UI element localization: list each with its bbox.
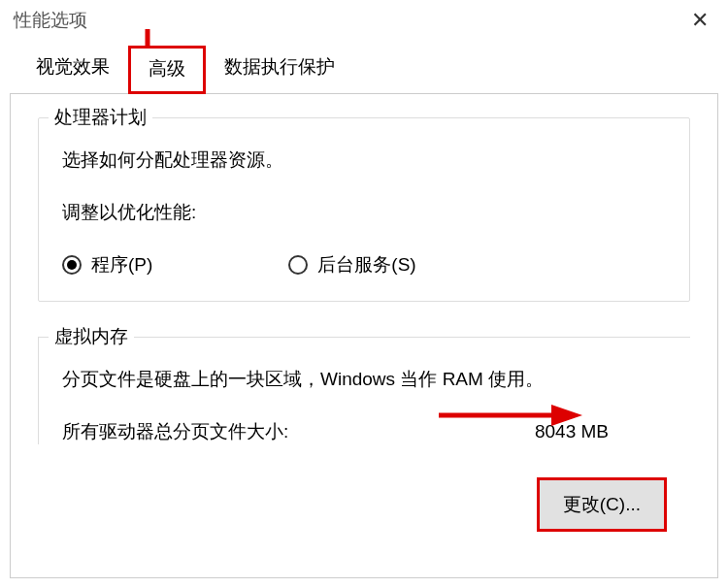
tab-visual-effects[interactable]: 视觉效果 bbox=[17, 46, 128, 94]
tab-advanced[interactable]: 高级 bbox=[128, 46, 206, 94]
vm-description: 分页文件是硬盘上的一块区域，Windows 当作 RAM 使用。 bbox=[62, 367, 667, 392]
radio-background-services[interactable]: 后台服务(S) bbox=[288, 252, 415, 278]
window-title: 性能选项 bbox=[14, 8, 87, 33]
vm-total-value: 8043 MB bbox=[535, 421, 609, 442]
radio-programs[interactable]: 程序(P) bbox=[62, 252, 152, 278]
change-button[interactable]: 更改(C)... bbox=[537, 477, 667, 532]
processor-description: 选择如何分配处理器资源。 bbox=[62, 147, 666, 173]
tab-content: 处理器计划 选择如何分配处理器资源。 调整以优化性能: 程序(P) 后台服务(S… bbox=[10, 93, 718, 578]
radio-icon-selected bbox=[62, 255, 82, 275]
vm-total-label: 所有驱动器总分页文件大小: bbox=[62, 419, 288, 444]
close-icon[interactable]: ✕ bbox=[685, 8, 714, 33]
virtual-memory-group: 虚拟内存 分页文件是硬盘上的一块区域，Windows 当作 RAM 使用。 所有… bbox=[38, 337, 690, 444]
radio-programs-label: 程序(P) bbox=[91, 252, 152, 278]
tab-dep[interactable]: 数据执行保护 bbox=[206, 46, 353, 94]
processor-scheduling-group: 处理器计划 选择如何分配处理器资源。 调整以优化性能: 程序(P) 后台服务(S… bbox=[38, 117, 690, 302]
radio-services-label: 后台服务(S) bbox=[317, 252, 415, 278]
vm-group-title: 虚拟内存 bbox=[49, 324, 134, 349]
tab-bar: 视觉效果 高级 数据执行保护 bbox=[0, 46, 728, 94]
radio-icon-unselected bbox=[288, 255, 308, 275]
adjust-label: 调整以优化性能: bbox=[62, 200, 666, 225]
processor-group-title: 处理器计划 bbox=[49, 105, 152, 130]
